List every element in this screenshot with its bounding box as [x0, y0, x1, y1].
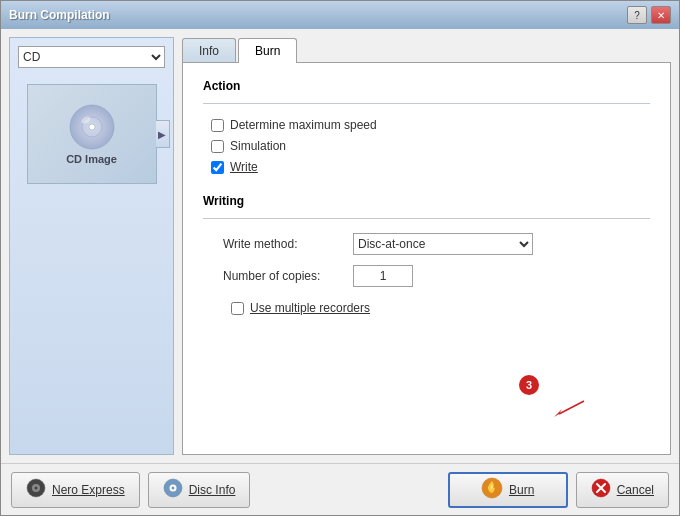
nero-express-button[interactable]: Nero Express [11, 472, 140, 508]
tab-burn[interactable]: Burn [238, 38, 297, 63]
cd-dropdown[interactable]: CD [18, 46, 165, 68]
multiple-recorders-row: Use multiple recorders [203, 301, 650, 315]
cancel-button[interactable]: Cancel [576, 472, 669, 508]
write-method-control: Disc-at-once Track-at-once Packet writin… [353, 233, 650, 255]
cancel-label: Cancel [617, 483, 654, 497]
cd-image-label: CD Image [66, 153, 117, 165]
copies-input[interactable]: 1 [353, 265, 413, 287]
checkbox-row-simulation: Simulation [203, 139, 650, 153]
annotation-badge: 3 [519, 375, 539, 395]
annotation-arrow [554, 399, 594, 419]
cd-image-box: CD Image ▶ [27, 84, 157, 184]
burn-label: Burn [509, 483, 534, 497]
tab-info[interactable]: Info [182, 38, 236, 63]
main-window: Burn Compilation ? ✕ CD [0, 0, 680, 516]
content-area: CD [1, 29, 679, 463]
title-bar: Burn Compilation ? ✕ [1, 1, 679, 29]
checkbox-row-write: Write [203, 160, 650, 174]
svg-point-9 [35, 486, 38, 489]
checkbox-multiple-recorders[interactable] [231, 302, 244, 315]
cd-dropdown-row: CD [18, 46, 165, 68]
cancel-icon [591, 478, 611, 502]
window-title: Burn Compilation [9, 8, 110, 22]
label-write: Write [230, 160, 258, 174]
close-button[interactable]: ✕ [651, 6, 671, 24]
disc-info-label: Disc Info [189, 483, 236, 497]
arrow-button[interactable]: ▶ [156, 120, 170, 148]
svg-point-3 [89, 124, 95, 130]
write-method-label: Write method: [223, 237, 353, 251]
nero-express-icon [26, 478, 46, 502]
label-multiple-recorders: Use multiple recorders [250, 301, 370, 315]
burn-icon [481, 477, 503, 503]
cd-disc-icon [67, 103, 117, 153]
write-method-select[interactable]: Disc-at-once Track-at-once Packet writin… [353, 233, 533, 255]
disc-info-icon [163, 478, 183, 502]
label-simulation: Simulation [230, 139, 286, 153]
checkbox-max-speed[interactable] [211, 119, 224, 132]
checkbox-simulation[interactable] [211, 140, 224, 153]
copies-label: Number of copies: [223, 269, 353, 283]
writing-section: Writing Write method: Disc-at-once Track… [203, 194, 650, 315]
copies-row: Number of copies: 1 [203, 265, 650, 287]
disc-info-button[interactable]: Disc Info [148, 472, 251, 508]
svg-line-5 [559, 401, 584, 414]
tab-bar: Info Burn [182, 37, 671, 62]
svg-point-12 [171, 486, 174, 489]
copies-control: 1 [353, 265, 650, 287]
bottom-bar: Nero Express Disc Info [1, 463, 679, 515]
checkbox-write[interactable] [211, 161, 224, 174]
title-controls: ? ✕ [627, 6, 671, 24]
label-max-speed: Determine maximum speed [230, 118, 377, 132]
burn-button[interactable]: Burn [448, 472, 568, 508]
writing-header: Writing [203, 194, 650, 208]
writing-divider [203, 218, 650, 219]
checkbox-row-max-speed: Determine maximum speed [203, 118, 650, 132]
tab-content-burn: Action Determine maximum speed Simulatio… [182, 62, 671, 455]
help-button[interactable]: ? [627, 6, 647, 24]
right-panel: Info Burn Action Determine maximum speed… [182, 37, 671, 455]
action-divider [203, 103, 650, 104]
write-method-row: Write method: Disc-at-once Track-at-once… [203, 233, 650, 255]
left-panel: CD [9, 37, 174, 455]
nero-express-label: Nero Express [52, 483, 125, 497]
action-header: Action [203, 79, 650, 93]
